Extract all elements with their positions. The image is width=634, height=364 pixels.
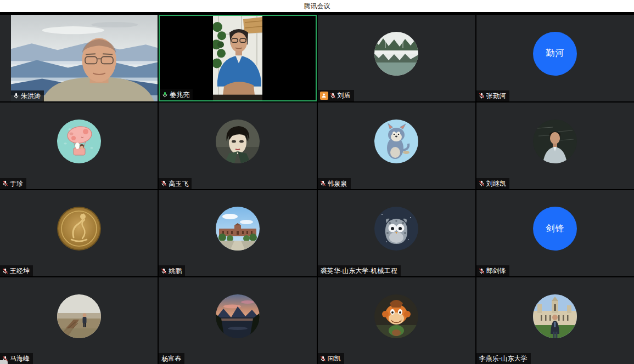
avatar-spotted-owl-cartoon bbox=[374, 207, 418, 251]
name-label: 王经坤 bbox=[0, 265, 33, 276]
avatar-man-college-lawn bbox=[533, 294, 577, 338]
participant-tile-active-speaker[interactable]: 姜兆亮 bbox=[159, 15, 316, 101]
participant-tile[interactable]: 剑锋 郎剑锋 bbox=[476, 190, 634, 277]
app-title: 腾讯会议 bbox=[304, 2, 330, 11]
mic-muted-icon bbox=[161, 268, 167, 274]
participant-name: 马海峰 bbox=[10, 355, 30, 362]
participant-grid: 朱洪涛 bbox=[0, 15, 634, 364]
avatar-pale-face-portrait bbox=[216, 120, 260, 163]
avatar-gold-coin-emblem bbox=[57, 207, 101, 251]
name-label: 高玉飞 bbox=[159, 178, 192, 189]
participant-name: 王经坤 bbox=[10, 267, 30, 275]
participant-tile[interactable]: 勤河 张勤河 bbox=[476, 15, 634, 101]
participant-tile[interactable]: 杨富春 bbox=[159, 277, 316, 364]
meeting-window: 腾讯会议 bbox=[0, 0, 634, 364]
mic-muted-icon bbox=[2, 180, 8, 186]
participant-name: 刘盾 bbox=[338, 92, 351, 99]
participant-tile[interactable]: 李燕乐-山东大学 bbox=[476, 277, 634, 364]
avatar-tom-cat-cartoon bbox=[374, 120, 418, 163]
participant-tile[interactable]: 裘英华-山东大学-机械工程 bbox=[318, 190, 475, 277]
name-label: 于珍 bbox=[0, 178, 26, 189]
participant-name: 朱洪涛 bbox=[21, 92, 41, 100]
name-label: 朱洪涛 bbox=[11, 90, 44, 101]
avatar-dusk-mountain-lake bbox=[216, 294, 260, 338]
participant-name: 郎剑锋 bbox=[486, 267, 506, 275]
mic-muted-icon bbox=[161, 180, 167, 186]
participant-tile[interactable]: 朱洪涛 bbox=[0, 15, 158, 101]
participant-name: 刘继凯 bbox=[486, 180, 506, 187]
participant-tile[interactable]: 刘盾 bbox=[318, 15, 475, 101]
participant-name: 张勤河 bbox=[486, 92, 506, 100]
avatar-campus-building bbox=[216, 207, 260, 251]
participant-tile[interactable]: 于珍 bbox=[0, 103, 158, 189]
participant-tile[interactable]: 姚鹏 bbox=[159, 190, 316, 277]
window-corner-decoration bbox=[0, 360, 8, 364]
participant-tile[interactable]: 国凯 bbox=[318, 277, 475, 364]
name-label: 杨富春 bbox=[159, 353, 184, 364]
name-label: 刘继凯 bbox=[476, 178, 509, 189]
name-label: 李燕乐-山东大学 bbox=[476, 353, 531, 364]
video-feed bbox=[11, 15, 158, 101]
participant-tile[interactable]: 高玉飞 bbox=[159, 103, 316, 189]
name-label: 姚鹏 bbox=[159, 265, 185, 276]
avatar-man-blackboard bbox=[533, 120, 577, 163]
participant-name: 裘英华-山东大学-机械工程 bbox=[321, 267, 397, 275]
avatar-boardwalk-landscape bbox=[57, 294, 101, 338]
name-label: 张勤河 bbox=[476, 90, 509, 101]
host-badge-icon bbox=[320, 92, 328, 100]
title-bar[interactable]: 腾讯会议 bbox=[0, 0, 634, 12]
mic-muted-icon bbox=[479, 93, 485, 99]
mic-muted-icon bbox=[479, 268, 485, 274]
mic-muted-icon bbox=[2, 268, 8, 274]
avatar-orange-monkey-cartoon bbox=[374, 294, 418, 338]
name-label: 裘英华-山东大学-机械工程 bbox=[318, 265, 401, 276]
mic-muted-icon bbox=[330, 93, 336, 99]
participant-name: 高玉飞 bbox=[169, 180, 188, 187]
name-label: 姜兆亮 bbox=[160, 89, 193, 100]
participant-name: 李燕乐-山东大学 bbox=[479, 355, 528, 362]
mic-speaking-icon bbox=[162, 92, 168, 98]
name-label: 刘盾 bbox=[318, 90, 354, 101]
participant-name: 姜兆亮 bbox=[170, 91, 189, 99]
name-label: 韩泉泉 bbox=[318, 178, 351, 189]
initials-text: 勤河 bbox=[546, 48, 564, 59]
avatar-pig-hot-air-balloon bbox=[57, 120, 101, 163]
participant-tile[interactable]: 刘继凯 bbox=[476, 103, 634, 189]
participant-name: 韩泉泉 bbox=[328, 180, 347, 187]
name-label: 郎剑锋 bbox=[476, 265, 509, 276]
avatar-lake-reflection bbox=[374, 32, 418, 76]
participant-tile[interactable]: 王经坤 bbox=[0, 190, 158, 277]
participant-tile[interactable]: 韩泉泉 bbox=[318, 103, 475, 189]
avatar-initials: 剑锋 bbox=[533, 207, 577, 251]
video-feed bbox=[213, 16, 262, 100]
mic-muted-icon bbox=[479, 180, 485, 186]
mic-muted-icon bbox=[320, 180, 326, 186]
name-label: 国凯 bbox=[318, 353, 344, 364]
participant-name: 杨富春 bbox=[161, 355, 181, 362]
mic-muted-icon bbox=[320, 356, 326, 362]
mic-on-icon bbox=[13, 93, 19, 99]
participant-tile[interactable]: 马海峰 bbox=[0, 277, 158, 364]
avatar-initials: 勤河 bbox=[533, 32, 577, 76]
initials-text: 剑锋 bbox=[546, 223, 564, 235]
participant-name: 国凯 bbox=[328, 355, 341, 362]
participant-name: 姚鹏 bbox=[169, 267, 182, 275]
participant-name: 于珍 bbox=[10, 180, 23, 187]
